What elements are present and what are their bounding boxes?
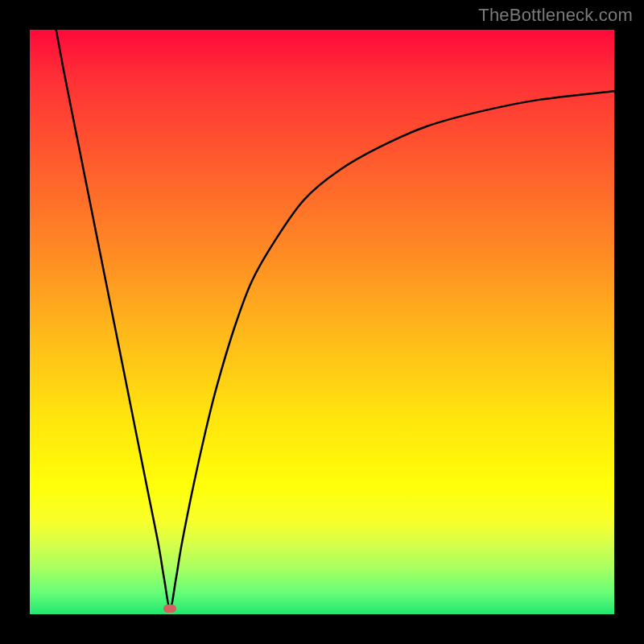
curve-path [56,30,614,609]
min-marker [163,605,176,613]
plot-area [30,30,614,614]
curve-svg [30,30,614,614]
watermark-text: TheBottleneck.com [478,5,633,26]
chart-frame: TheBottleneck.com [0,0,644,644]
